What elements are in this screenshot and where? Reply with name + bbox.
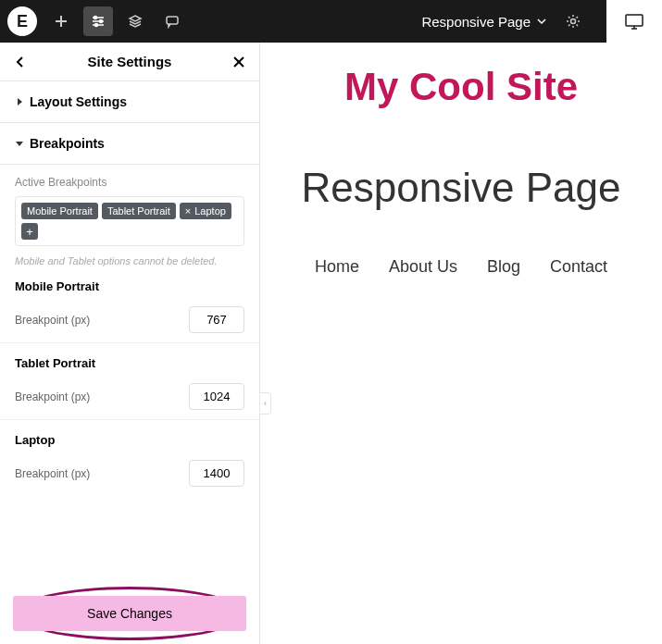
add-breakpoint-button[interactable]: + — [21, 223, 38, 240]
comment-icon[interactable] — [157, 6, 187, 36]
svg-point-2 — [95, 24, 98, 27]
settings-sidebar: Site Settings Layout Settings Breakpoint… — [0, 43, 260, 644]
svg-point-1 — [100, 20, 103, 23]
preview-nav: Home About Us Blog Contact — [282, 257, 640, 277]
bp-laptop: Laptop Breakpoint (px) — [15, 433, 244, 487]
panel-title: Site Settings — [88, 54, 172, 69]
tag-laptop[interactable]: ×Laptop — [180, 203, 231, 219]
page-name: Responsive Page — [421, 14, 531, 30]
nav-blog[interactable]: Blog — [487, 257, 520, 277]
layers-icon[interactable] — [120, 6, 150, 36]
nav-about[interactable]: About Us — [389, 257, 457, 277]
caret-right-icon — [15, 97, 24, 106]
section-breakpoints-head[interactable]: Breakpoints — [0, 123, 259, 165]
back-icon[interactable] — [13, 55, 28, 69]
bp-laptop-input[interactable] — [189, 460, 244, 487]
bp-mobile: Mobile Portrait Breakpoint (px) — [15, 279, 244, 343]
caret-down-icon — [15, 139, 24, 148]
chevron-down-icon — [536, 16, 547, 27]
site-title: My Cool Site — [282, 65, 640, 109]
bp-tablet-input[interactable] — [189, 383, 244, 410]
bp-mobile-input[interactable] — [189, 306, 244, 333]
tag-tablet[interactable]: Tablet Portrait — [102, 203, 176, 219]
svg-point-0 — [94, 17, 97, 19]
bp-field-label: Breakpoint (px) — [15, 314, 90, 327]
settings-sliders-icon[interactable] — [83, 6, 113, 36]
breakpoints-note: Mobile and Tablet options cannot be dele… — [15, 255, 244, 266]
elementor-logo[interactable]: E — [7, 6, 37, 36]
page-dropdown[interactable]: Responsive Page — [421, 14, 547, 30]
section-layout[interactable]: Layout Settings — [0, 81, 259, 123]
svg-rect-5 — [626, 15, 643, 26]
bp-field-label: Breakpoint (px) — [15, 390, 90, 403]
responsive-mode-icon[interactable] — [606, 0, 662, 43]
add-icon[interactable] — [46, 6, 76, 36]
breakpoints-body: Active Breakpoints Mobile Portrait Table… — [0, 165, 259, 511]
svg-rect-3 — [167, 17, 178, 24]
page-title: Responsive Page — [282, 165, 640, 211]
nav-contact[interactable]: Contact — [550, 257, 607, 277]
preview-area: My Cool Site Responsive Page Home About … — [260, 43, 662, 644]
gear-icon[interactable] — [558, 6, 588, 36]
svg-point-4 — [571, 19, 576, 24]
breakpoint-tags: Mobile Portrait Tablet Portrait ×Laptop … — [15, 196, 244, 246]
tag-mobile[interactable]: Mobile Portrait — [21, 203, 98, 219]
nav-home[interactable]: Home — [315, 257, 359, 277]
topbar: E Responsive Page — [0, 0, 662, 43]
bp-tablet: Tablet Portrait Breakpoint (px) — [15, 356, 244, 420]
bp-field-label: Breakpoint (px) — [15, 467, 90, 480]
save-button[interactable]: Save Changes — [13, 596, 246, 631]
active-breakpoints-label: Active Breakpoints — [15, 176, 244, 189]
close-icon[interactable] — [231, 55, 246, 69]
